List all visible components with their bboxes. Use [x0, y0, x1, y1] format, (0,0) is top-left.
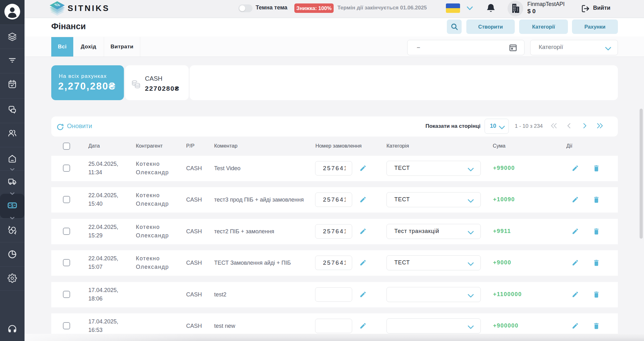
svg-text:$: $ [11, 203, 14, 208]
